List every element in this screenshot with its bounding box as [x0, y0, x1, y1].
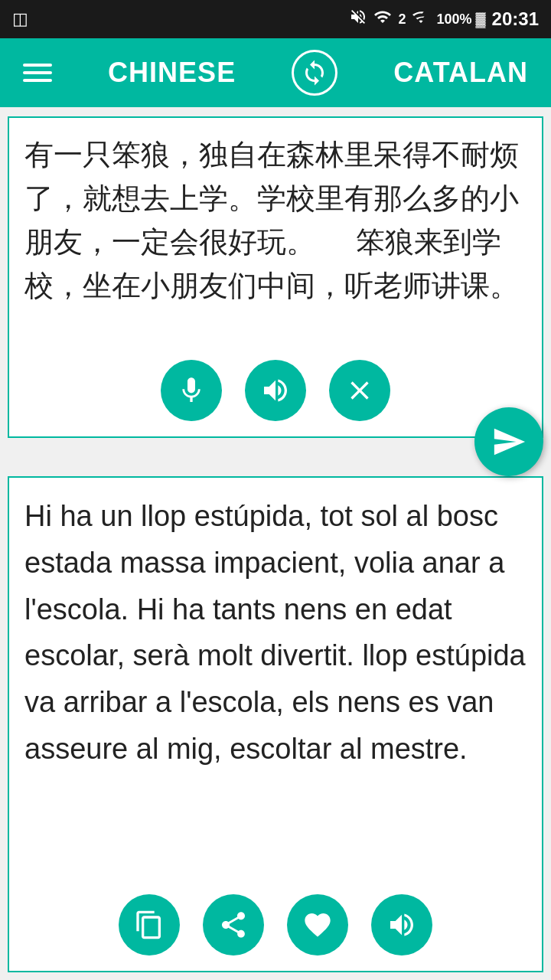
source-text: 有一只笨狼，独自在森林里呆得不耐烦了，就想去上学。学校里有那么多的小朋友，一定会…: [24, 133, 527, 308]
swap-languages-button[interactable]: [292, 50, 337, 96]
battery-icon: 100% ▓: [436, 11, 485, 28]
mute-icon: [349, 8, 367, 31]
toolbar: CHINESE CATALAN: [0, 38, 551, 107]
time-display: 20:31: [492, 8, 539, 30]
signal-icon: [412, 8, 430, 31]
source-panel: 有一只笨狼，独自在森林里呆得不耐烦了，就想去上学。学校里有那么多的小朋友，一定会…: [8, 116, 543, 438]
target-language-label[interactable]: CATALAN: [393, 57, 528, 89]
favorite-button[interactable]: [287, 894, 348, 956]
status-left: ◫: [12, 9, 28, 29]
share-button[interactable]: [203, 894, 264, 956]
speak-target-button[interactable]: [371, 894, 432, 956]
menu-button[interactable]: [23, 64, 52, 82]
copy-button[interactable]: [119, 894, 180, 956]
status-right: 2 100% ▓ 20:31: [349, 8, 539, 31]
translate-button[interactable]: [474, 407, 543, 476]
wifi-icon: [373, 8, 392, 31]
target-panel: Hi ha un llop estúpida, tot sol al bosc …: [8, 476, 543, 972]
target-text: Hi ha un llop estúpida, tot sol al bosc …: [24, 493, 527, 773]
translate-button-wrap: [0, 407, 551, 476]
source-language-label[interactable]: CHINESE: [108, 57, 236, 89]
status-bar: ◫ 2 100% ▓ 20:31: [0, 0, 551, 38]
gallery-icon: ◫: [12, 9, 28, 29]
target-actions: [9, 894, 542, 956]
sim-icon: 2: [398, 11, 406, 28]
